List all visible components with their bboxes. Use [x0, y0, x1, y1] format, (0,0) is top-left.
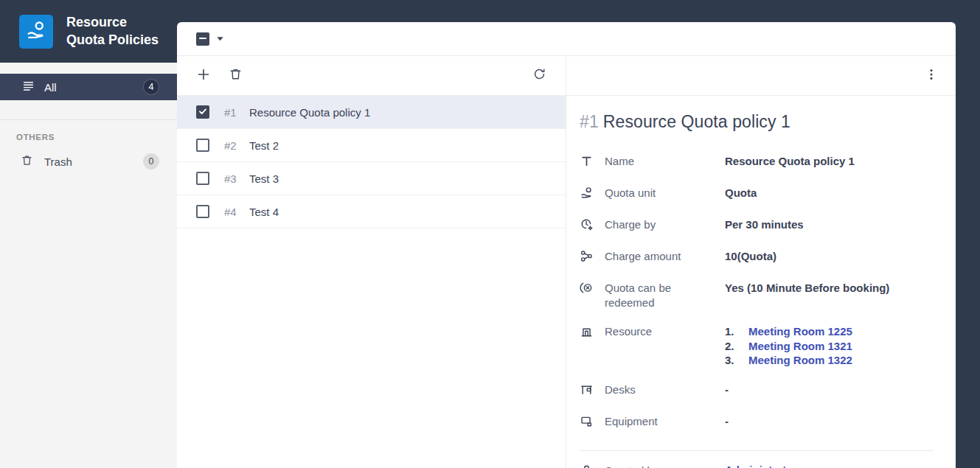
row-checkbox[interactable]: [196, 105, 209, 119]
quota-hand-icon: [25, 19, 47, 44]
resource-number: 3.: [725, 353, 748, 368]
detail-id: #1: [580, 112, 599, 131]
field-created-by: Created by Administrator: [580, 464, 934, 468]
field-equipment: Equipment -: [580, 414, 934, 431]
resource-link[interactable]: Meeting Room 1322: [748, 353, 852, 368]
all-count-badge: 4: [143, 79, 159, 95]
field-label: Resource: [605, 324, 700, 368]
row-checkbox[interactable]: [196, 139, 209, 152]
field-quota-redeemed: Quota can be redeemed Yes (10 Minute Bef…: [580, 281, 934, 310]
row-name: Test 4: [249, 206, 279, 218]
field-value: -: [725, 383, 729, 399]
resource-link-row: 2. Meeting Room 1321: [725, 339, 852, 354]
field-value: -: [725, 414, 729, 431]
resource-link-row: 1. Meeting Room 1225: [725, 324, 852, 339]
field-label: Name: [605, 154, 700, 171]
sidebar-item-label: All: [44, 81, 57, 94]
field-label: Charge by: [605, 217, 700, 234]
list-toolbar: [177, 56, 566, 95]
list-lines-icon: [22, 80, 35, 95]
nodes-icon: [580, 249, 594, 266]
field-resource: Resource 1. Meeting Room 1225 2. Meeting…: [580, 324, 934, 368]
field-label: Equipment: [605, 414, 700, 431]
sidebar-item-all[interactable]: All 4: [0, 74, 177, 100]
row-id: #2: [224, 139, 248, 152]
add-policy-button[interactable]: [196, 67, 211, 85]
field-value: Quota: [725, 186, 757, 203]
main-card: #1 Resource Quota policy 1 #2 Test 2 #3 …: [177, 22, 956, 468]
sidebar-header: Resource Quota Policies: [0, 0, 177, 63]
detail-toolbar: [566, 56, 956, 95]
sidebar-item-trash[interactable]: Trash 0: [0, 147, 177, 175]
trash-icon: [21, 154, 33, 170]
row-name: Test 2: [249, 139, 279, 152]
row-name: Test 3: [249, 172, 279, 185]
list-item[interactable]: #2 Test 2: [177, 129, 566, 162]
content-area: #1 Resource Quota policy 1 #2 Test 2 #3 …: [177, 96, 956, 468]
created-by-link[interactable]: Administrator: [725, 464, 797, 468]
delete-selected-button[interactable]: [229, 67, 243, 84]
field-charge-by: Charge by Per 30 minutes: [580, 217, 934, 234]
field-label: Charge amount: [605, 249, 700, 266]
detail-title: #1Resource Quota policy 1: [580, 112, 934, 132]
select-all-checkbox[interactable]: [196, 32, 209, 46]
resource-number: 2.: [725, 339, 748, 354]
text-icon: [580, 154, 594, 171]
field-value: Resource Quota policy 1: [725, 154, 855, 171]
trash-icon: [229, 67, 243, 84]
desk-icon: [580, 383, 594, 399]
detail-divider: [580, 450, 934, 451]
field-desks: Desks -: [580, 383, 934, 399]
resource-number: 1.: [725, 324, 748, 339]
row-checkbox[interactable]: [196, 172, 209, 185]
toolbar-row: [177, 56, 956, 96]
field-label: Created by: [605, 464, 700, 468]
more-options-button[interactable]: [925, 68, 938, 84]
redeem-icon: [580, 281, 594, 310]
field-value: Yes (10 Minute Before booking): [725, 281, 889, 310]
detail-fields: Name Resource Quota policy 1 Quota unit: [580, 154, 934, 431]
plus-icon: [196, 67, 211, 85]
row-id: #1: [224, 106, 248, 119]
others-section-label: OTHERS: [0, 120, 177, 147]
minus-icon: [198, 32, 207, 46]
list-item[interactable]: #1 Resource Quota policy 1: [177, 96, 566, 129]
field-quota-unit: Quota unit Quota: [580, 186, 934, 203]
trash-count-badge: 0: [143, 153, 159, 170]
kebab-menu-icon: [925, 68, 938, 84]
row-checkbox[interactable]: [196, 205, 209, 218]
field-name: Name Resource Quota policy 1: [580, 154, 934, 171]
row-id: #4: [224, 206, 248, 218]
select-all-dropdown[interactable]: [216, 32, 224, 46]
policy-list: #1 Resource Quota policy 1 #2 Test 2 #3 …: [177, 96, 566, 468]
field-charge-amount: Charge amount 10(Quota): [580, 249, 934, 266]
resource-link-row: 3. Meeting Room 1322: [725, 353, 852, 368]
app-root: Resource Quota Policies All 4 OTHERS Tra…: [0, 0, 980, 468]
field-value: Per 30 minutes: [725, 217, 804, 234]
row-name: Resource Quota policy 1: [249, 106, 370, 119]
check-icon: [198, 105, 207, 119]
clock-gear-icon: [580, 217, 594, 234]
resource-link[interactable]: Meeting Room 1321: [748, 339, 852, 354]
person-icon: [580, 464, 594, 468]
field-value: 10(Quota): [725, 249, 776, 266]
refresh-button[interactable]: [532, 67, 546, 84]
sidebar-item-label: Trash: [44, 156, 72, 168]
resource-links: 1. Meeting Room 1225 2. Meeting Room 132…: [725, 324, 852, 368]
resource-link[interactable]: Meeting Room 1225: [748, 324, 852, 339]
quota-hand-icon: [580, 186, 594, 203]
equipment-icon: [580, 414, 594, 431]
app-logo: [19, 15, 53, 49]
field-label: Quota can be redeemed: [605, 281, 700, 310]
field-label: Quota unit: [605, 186, 700, 203]
sidebar: All 4 OTHERS Trash 0: [0, 63, 177, 468]
selectall-toolbar: [177, 22, 956, 56]
detail-panel: #1Resource Quota policy 1 Name Resource …: [566, 96, 956, 468]
list-item[interactable]: #3 Test 3: [177, 162, 566, 195]
row-id: #3: [224, 172, 248, 185]
page-title: Resource Quota Policies: [66, 14, 166, 49]
refresh-icon: [532, 67, 546, 84]
list-item[interactable]: #4 Test 4: [177, 195, 566, 228]
chevron-down-icon: [216, 32, 224, 46]
building-icon: [580, 324, 594, 368]
